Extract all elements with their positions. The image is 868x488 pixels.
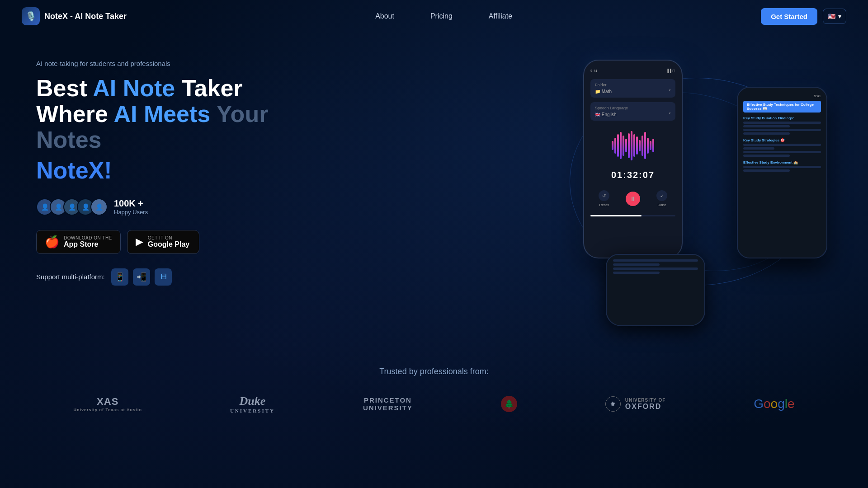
bottom-line: [613, 272, 660, 274]
apple-icon: 🍎: [45, 235, 59, 249]
users-info: 100K + Happy Users: [114, 198, 148, 216]
language-field: Speech Language 🇬🇧 English ˅: [590, 102, 675, 121]
logo-xas: XAS University of Texas at Austin: [73, 396, 142, 412]
folder-field: Folder 📁 Math ˅: [590, 79, 675, 98]
bottom-line: [613, 267, 698, 270]
app-store-small: Download on the: [64, 235, 112, 240]
user-avatars: 👤 👤 👤 👤 👤: [36, 198, 108, 216]
note-line: [743, 166, 821, 168]
heading-ai-note: AI Note: [93, 75, 181, 101]
phone-bottom-screen: [607, 255, 704, 280]
heading-where: Where: [36, 101, 113, 127]
wave-bar: [652, 139, 654, 152]
trusted-title: Trusted by professionals from:: [36, 367, 832, 376]
note-line: [743, 155, 790, 157]
note-line: [743, 125, 790, 127]
phone-status: ▐▐ ◻: [666, 69, 675, 73]
bottom-line: [613, 259, 698, 262]
wave-bar: [642, 136, 643, 156]
heading-taker: Taker: [182, 75, 243, 101]
nav-about[interactable]: About: [375, 12, 394, 20]
folder-value: 📁 Math ˅: [595, 89, 671, 94]
progress-fill: [590, 215, 642, 216]
reset-label: Reset: [599, 203, 609, 207]
note-line: [743, 147, 774, 150]
hero-brand: NoteX!: [36, 157, 289, 184]
app-store-button[interactable]: 🍎 Download on the App Store: [36, 230, 121, 254]
desktop-platform-icon: 🖥: [155, 268, 172, 286]
google-play-icon: ▶: [136, 236, 143, 248]
note-line: [743, 151, 821, 153]
nav-pricing[interactable]: Pricing: [430, 12, 453, 20]
platform-label: Support multi-platform:: [36, 273, 105, 281]
wave-bar: [636, 136, 638, 155]
platform-icons: 📱 📲 🖥: [111, 268, 172, 286]
phone-secondary: 9:41 Effective Study Techniques for Coll…: [737, 87, 827, 258]
done-control: ✓ Done: [656, 190, 667, 207]
wave-bar: [612, 141, 613, 150]
note-section-2: Key Study Strategies 🎯: [743, 138, 821, 157]
logos-row: XAS University of Texas at Austin Duke U…: [36, 394, 832, 413]
note-title: Effective Study Techniques for College S…: [743, 101, 821, 113]
oxford-text: UNIVERSITY OF OXFORD: [625, 398, 666, 411]
wave-bar: [647, 138, 649, 154]
recording-timer: 01:32:07: [590, 170, 675, 180]
phone-bottom: [606, 254, 705, 326]
nav-logo[interactable]: 🎙️ NoteX - AI Note Taker: [22, 7, 127, 25]
stanford-crest: 🌲: [501, 396, 517, 412]
pause-control: ⏸: [626, 192, 640, 206]
nav-affiliate[interactable]: Affiliate: [489, 12, 512, 20]
folder-label: Folder: [595, 83, 671, 87]
recording-progress: [590, 215, 675, 216]
wave-bar: [639, 140, 641, 151]
phone-controls: ↺ Reset ⏸ ✓ Done: [590, 190, 675, 207]
xas-text: XAS: [73, 396, 142, 408]
done-label: Done: [657, 203, 666, 207]
note-section-title-2: Key Study Strategies 🎯: [743, 138, 821, 142]
hero-content: AI note-taking for students and professi…: [36, 51, 289, 286]
phone-topbar: 9:41 ▐▐ ◻: [590, 69, 675, 73]
logo-oxford: ⚜ UNIVERSITY OF OXFORD: [605, 396, 666, 412]
note-line: [743, 132, 790, 135]
google-play-button[interactable]: ▶ GET IT ON Google Play: [127, 230, 199, 254]
get-started-button[interactable]: Get Started: [761, 8, 817, 25]
note-section-3: Effective Study Environment 🏫: [743, 160, 821, 172]
wave-bar: [614, 138, 616, 154]
users-row: 👤 👤 👤 👤 👤 100K + Happy Users: [36, 198, 289, 216]
platform-row: Support multi-platform: 📱 📲 🖥: [36, 268, 289, 286]
chevron-down-icon: ▾: [838, 13, 841, 20]
heading-best: Best: [36, 75, 93, 101]
note-section-1: Key Study Duration Findings:: [743, 116, 821, 135]
google-play-text: GET IT ON Google Play: [148, 235, 189, 249]
trusted-section: Trusted by professionals from: XAS Unive…: [0, 349, 868, 441]
note-line: [743, 144, 821, 146]
wave-bar: [625, 139, 627, 152]
language-selector[interactable]: 🇺🇸 ▾: [823, 9, 846, 24]
hero-subtitle: AI note-taking for students and professi…: [36, 60, 289, 67]
note-line: [743, 129, 821, 131]
nav-links: About Pricing Affiliate: [375, 12, 512, 20]
oxford-univ: UNIVERSITY OF: [625, 398, 666, 403]
wave-bar: [650, 141, 651, 150]
audio-waveform: [590, 130, 675, 161]
google-play-large: Google Play: [148, 240, 189, 249]
phone-secondary-screen: 9:41 Effective Study Techniques for Coll…: [738, 88, 826, 258]
phone-main-screen: 9:41 ▐▐ ◻ Folder 📁 Math ˅ Speech Languag…: [584, 61, 682, 258]
wave-bar: [617, 134, 619, 157]
nav-title: NoteX - AI Note Taker: [44, 12, 127, 21]
done-icon: ✓: [656, 190, 667, 201]
phone-time: 9:41: [590, 69, 598, 73]
phone-platform-icon: 📱: [111, 268, 128, 286]
logo-google: Google: [754, 397, 794, 411]
bottom-line: [613, 263, 660, 266]
duke-text: Duke: [230, 394, 275, 408]
hero-heading: Best AI Note Taker Where AI Meets Your N…: [36, 75, 289, 153]
reset-icon: ↺: [599, 190, 609, 201]
reset-control: ↺ Reset: [599, 190, 609, 207]
navbar: 🎙️ NoteX - AI Note Taker About Pricing A…: [0, 0, 868, 33]
store-buttons: 🍎 Download on the App Store ▶ GET IT ON …: [36, 230, 289, 254]
note-line: [743, 122, 821, 124]
phone-mockups: 9:41 ▐▐ ◻ Folder 📁 Math ˅ Speech Languag…: [561, 51, 832, 313]
language-label: Speech Language: [595, 106, 671, 110]
pause-icon: ⏸: [626, 192, 640, 206]
